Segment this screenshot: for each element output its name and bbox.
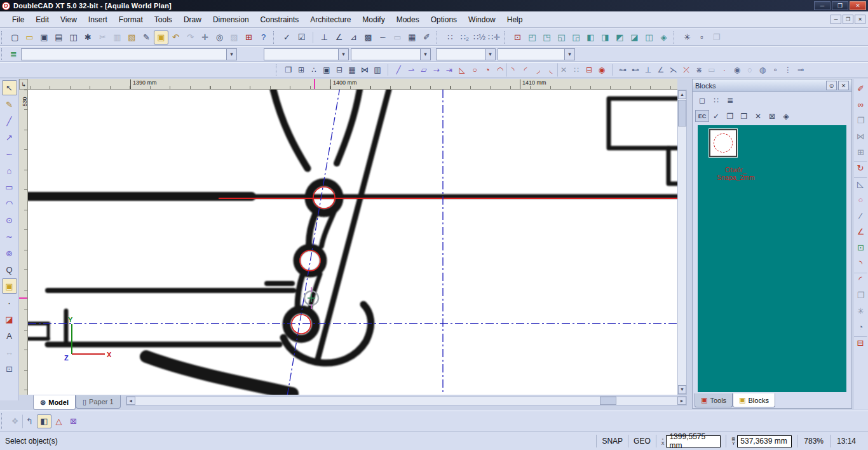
snap-midpoint-icon[interactable]: ⊷ xyxy=(629,63,642,77)
redo-icon[interactable]: ↷ xyxy=(183,31,198,44)
settings-icon[interactable]: ✱ xyxy=(81,31,95,44)
horizontal-scrollbar[interactable]: ◄ ► xyxy=(126,396,687,406)
camera-view-icon[interactable]: ⊡ xyxy=(510,31,525,44)
accept-icon[interactable]: ✓ xyxy=(709,110,723,122)
vertical-scrollbar[interactable]: ▲ ▼ xyxy=(677,90,687,395)
view-iso-sw-icon[interactable]: ◈ xyxy=(656,31,671,44)
duplicate-icon[interactable]: ❐ xyxy=(854,114,867,127)
image-trace-icon[interactable]: ▩ xyxy=(361,31,376,44)
modify-pen-icon[interactable]: ✐ xyxy=(854,82,867,95)
point-tool-icon[interactable]: · xyxy=(2,295,17,310)
view-iso-ne-icon[interactable]: ◩ xyxy=(613,31,627,44)
paste2-icon[interactable]: ▥ xyxy=(371,63,384,77)
view-bottom-icon[interactable]: ◨ xyxy=(598,31,613,44)
cut-icon[interactable]: ✂ xyxy=(95,31,110,44)
arc-trim-icon[interactable]: ◔ xyxy=(854,320,867,334)
small-icons-view-icon[interactable]: ∷ xyxy=(709,94,723,106)
zoom-level[interactable]: 783% xyxy=(797,435,830,447)
snap-intersection-icon[interactable]: ⋇ xyxy=(693,63,705,77)
block-item-otwor-snapa-2mm[interactable]: Otwór_ Snapa_2mm xyxy=(709,129,737,157)
maximize-button[interactable]: ❐ xyxy=(832,1,848,10)
chevron-down-icon[interactable]: ▾ xyxy=(338,49,348,60)
toolbar-handle[interactable] xyxy=(1,31,4,44)
tiles2-icon[interactable]: ⊟ xyxy=(333,63,346,77)
chamfer-icon[interactable]: ◝ xyxy=(854,257,867,270)
snap-perpendicular-icon[interactable]: ⊥ xyxy=(642,63,654,77)
axis-line-icon[interactable]: ⇥ xyxy=(443,63,456,77)
close-button[interactable]: ✕ xyxy=(850,1,866,10)
hatch-tool-icon[interactable]: ◪ xyxy=(2,311,17,327)
scroll-left-icon[interactable]: ◄ xyxy=(126,397,135,405)
arc-tool-icon[interactable]: ◠ xyxy=(2,196,17,211)
snap-bisect-icon[interactable]: ⋋ xyxy=(667,63,680,77)
dots-grid-icon[interactable]: ▦ xyxy=(346,63,358,77)
select-rect-icon[interactable]: ▫ xyxy=(695,31,709,44)
copy-multi-icon[interactable]: ❐ xyxy=(854,289,867,302)
triangle-fill-icon[interactable]: ◺ xyxy=(456,63,468,77)
quill-tool-icon[interactable]: Q xyxy=(2,262,17,277)
property-combo[interactable]: ▾ xyxy=(21,48,237,60)
tab-model[interactable]: ⊛ Model xyxy=(33,395,76,410)
menu-edit[interactable]: Edit xyxy=(30,13,55,26)
y-coordinate-field[interactable]: 537,3639 mm xyxy=(737,435,792,447)
copy-entity-icon[interactable]: ❐ xyxy=(282,63,295,77)
calculator-icon[interactable]: ⊞ xyxy=(241,31,256,44)
delete-block-icon[interactable]: ✕ xyxy=(751,110,765,122)
print-preview-icon[interactable]: ◫ xyxy=(66,31,81,44)
insert-block-tool-icon[interactable]: ▣ xyxy=(2,278,17,294)
explode-icon[interactable]: ✳ xyxy=(854,304,867,318)
mdi-minimize-button[interactable]: ─ xyxy=(831,15,841,24)
curve2-icon[interactable]: ◠ xyxy=(494,63,506,77)
angle-query-icon[interactable]: ∠ xyxy=(332,31,346,44)
undo-icon[interactable]: ↶ xyxy=(168,31,183,44)
mdi-restore-button[interactable]: ❐ xyxy=(843,15,853,24)
array-icon[interactable]: ⊞ xyxy=(854,146,867,159)
new-icon[interactable]: ▢ xyxy=(8,31,22,44)
profile-icon[interactable]: ∽ xyxy=(376,31,390,44)
snap-offset-icon[interactable]: ⊸ xyxy=(794,63,807,77)
drawing-canvas[interactable]: Y X Z xyxy=(28,90,677,395)
measure-icon[interactable]: ⊿ xyxy=(346,31,361,44)
menu-tools[interactable]: Tools xyxy=(149,13,178,26)
hatch-bricks-icon[interactable]: ▦ xyxy=(405,31,419,44)
snap-angle-icon[interactable]: ∠ xyxy=(654,63,667,77)
ruler-corner[interactable]: ↳ xyxy=(19,79,28,90)
save-icon[interactable]: ▣ xyxy=(37,31,51,44)
menu-file[interactable]: File xyxy=(6,13,30,26)
print-icon[interactable]: ▤ xyxy=(51,31,66,44)
scroll-right-icon[interactable]: ► xyxy=(677,397,686,405)
corner-nw-icon[interactable]: ◜ xyxy=(519,63,532,77)
rotate-icon[interactable]: ↻ xyxy=(854,161,867,175)
window-check-icon[interactable]: ☑ xyxy=(294,31,309,44)
geo-toggle[interactable]: GEO xyxy=(628,435,656,447)
view-back-icon[interactable]: ◳ xyxy=(539,31,554,44)
open-icon[interactable]: ▭ xyxy=(22,31,37,44)
chevron-down-icon[interactable]: ▾ xyxy=(420,49,430,60)
format-painter-icon[interactable]: ✎ xyxy=(139,31,154,44)
layer-combo[interactable]: ▾ xyxy=(498,48,575,60)
toolbar-handle[interactable] xyxy=(674,31,677,44)
pick-move-icon[interactable]: ↰ xyxy=(22,414,37,428)
scale-icon[interactable]: ◺ xyxy=(854,177,867,191)
rename-block-icon[interactable]: ⊠ xyxy=(765,110,779,122)
wand-icon[interactable]: ✳ xyxy=(680,31,695,44)
image-tool-icon[interactable]: ⊡ xyxy=(2,361,17,376)
print-drawing-icon[interactable]: ⊟ xyxy=(583,63,595,77)
chevron-down-icon[interactable]: ▾ xyxy=(485,49,495,60)
paint-roller-icon[interactable]: ✐ xyxy=(419,31,434,44)
menu-format[interactable]: Format xyxy=(113,13,149,26)
coordinate-axes-icon[interactable]: ⊥ xyxy=(317,31,332,44)
corner-sw-icon[interactable]: ◟ xyxy=(545,63,557,77)
dash-line-icon[interactable]: ⇢ xyxy=(430,63,443,77)
curve-tool-icon[interactable]: ∽ xyxy=(2,146,17,161)
snap-vertex-icon[interactable]: ⊶ xyxy=(616,63,629,77)
delta-icon[interactable]: △ xyxy=(51,414,66,428)
view-iso-se-icon[interactable]: ◫ xyxy=(642,31,656,44)
snap-vertical-icon[interactable]: ⋮ xyxy=(782,63,794,77)
layers-icon[interactable]: ≣ xyxy=(6,47,21,61)
snap-center-icon[interactable]: ◉ xyxy=(731,63,743,77)
view-front-icon[interactable]: ◰ xyxy=(525,31,539,44)
polygon-tool-icon[interactable]: ⌂ xyxy=(2,163,17,178)
bbox-icon[interactable]: ⊠ xyxy=(66,414,81,428)
color-combo[interactable]: ▾ xyxy=(264,48,349,60)
